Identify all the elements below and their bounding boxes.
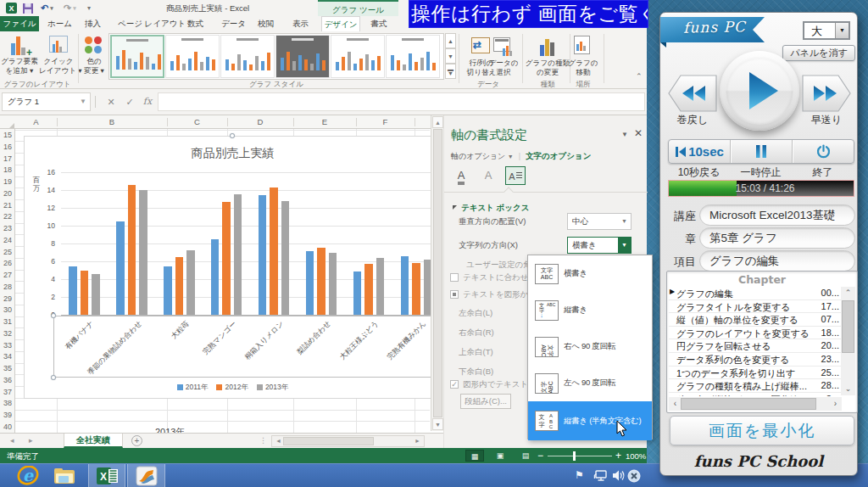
dropdown-item-4[interactable]: 文字ABC縦書き (半角文字含む) xyxy=(528,401,652,440)
dropdown-item-2[interactable]: 文字ABC右へ 90 度回転 xyxy=(528,328,652,365)
sheet-tab-active[interactable]: 全社実績 xyxy=(64,434,123,448)
tab-6[interactable]: 表示 xyxy=(292,16,309,31)
sheet-next-icon[interactable]: ▸ xyxy=(29,436,33,445)
vscroll-thumb[interactable] xyxy=(433,129,442,417)
bar-2011年-4[interactable] xyxy=(259,195,267,315)
dropdown-item-3[interactable]: 文字ABC左へ 90 度回転 xyxy=(528,365,652,401)
gallery-more-icon[interactable]: ▬▼ xyxy=(445,64,456,79)
bar-2012年-1[interactable] xyxy=(128,185,136,315)
bar-2013年-2[interactable] xyxy=(186,250,195,315)
col-header-C[interactable]: C xyxy=(167,115,227,128)
tab-2[interactable]: ページ レイアウト xyxy=(118,16,186,31)
bar-2011年-2[interactable] xyxy=(164,266,172,315)
zoom-slider-thumb[interactable] xyxy=(573,451,576,461)
row-header-40[interactable]: 40 xyxy=(0,423,14,431)
row-header-18[interactable]: 18 xyxy=(0,165,14,174)
chapter-row-0[interactable]: ▶グラフの編集00... xyxy=(669,287,842,300)
row-header-19[interactable]: 19 xyxy=(0,177,14,186)
tab-design[interactable]: デザイン xyxy=(321,16,360,31)
dropdown-item-0[interactable]: 文字ABC横書き xyxy=(528,255,652,292)
new-sheet-icon[interactable]: + xyxy=(131,435,142,446)
chart-title[interactable]: 商品別売上実績 xyxy=(25,146,441,161)
bar-2013年-4[interactable] xyxy=(281,201,290,315)
bar-2012年-0[interactable] xyxy=(81,271,89,315)
normal-view-icon[interactable]: ▦ xyxy=(465,450,484,462)
row-header-16[interactable]: 16 xyxy=(0,143,14,151)
scroll-up-icon[interactable]: ▲ xyxy=(432,116,443,128)
row-header-15[interactable]: 15 xyxy=(0,131,14,139)
bar-2013年-6[interactable] xyxy=(376,258,385,315)
zoom-in-icon[interactable]: + xyxy=(615,450,621,462)
overflow-checkbox[interactable] xyxy=(450,290,459,299)
text-direction-combo[interactable]: 横書き▼ xyxy=(567,237,632,254)
section-textbox[interactable]: テキスト ボックス xyxy=(461,203,529,214)
text-fill-icon[interactable]: A xyxy=(451,166,471,185)
taskbar-ie-icon[interactable]: e xyxy=(17,466,39,487)
chapter-row-6[interactable]: 1つのデータ系列を切り出す25... xyxy=(669,367,842,380)
bar-2012年-7[interactable] xyxy=(412,263,420,315)
tabbar-splitter[interactable]: ⋮ xyxy=(259,436,267,445)
row-header-35[interactable]: 35 xyxy=(0,364,14,372)
bar-2012年-2[interactable] xyxy=(175,257,184,315)
dropdown-item-1[interactable]: 文字ABC↓縦書き xyxy=(528,292,652,328)
chapter-hscrollbar[interactable]: ‹ › xyxy=(669,397,842,411)
chapter-row-3[interactable]: グラフのレイアウトを変更する18... xyxy=(669,327,842,340)
pane-tab-axis-options[interactable]: 軸のオプション ▼ xyxy=(451,152,514,160)
bar-2011年-5[interactable] xyxy=(306,251,314,315)
bar-2013年-1[interactable] xyxy=(139,190,147,315)
chapter-vscroll-thumb[interactable] xyxy=(842,300,854,353)
chapter-row-8[interactable]: 積み上げ縦棒グラフに区分線3... xyxy=(669,393,842,396)
chapter-row-5[interactable]: データ系列の色を変更する23... xyxy=(669,353,842,367)
zoom-out-icon[interactable]: − xyxy=(537,450,543,462)
add-chart-element-button[interactable]: + グラフ要素を追加 ▾ xyxy=(0,34,39,81)
bar-2012年-5[interactable] xyxy=(317,248,326,315)
row-header-31[interactable]: 31 xyxy=(0,317,14,326)
move-chart-button[interactable]: グラフの移動 xyxy=(565,34,602,81)
tray-volume-icon[interactable] xyxy=(611,469,626,484)
row-header-20[interactable]: 20 xyxy=(0,189,14,198)
namebox-dropdown-icon[interactable]: ▼ xyxy=(80,93,86,110)
row-header-24[interactable]: 24 xyxy=(0,236,14,244)
chapter-row-1[interactable]: グラフタイトルを変更する17... xyxy=(669,300,842,314)
ribbon-collapse-icon[interactable]: ⌃ xyxy=(636,72,643,81)
zoom-percent[interactable]: 100% xyxy=(626,451,646,461)
row-header-32[interactable]: 32 xyxy=(0,329,14,338)
chapter-scroll-up-icon[interactable]: ⌃ xyxy=(841,287,855,299)
row-header-17[interactable]: 17 xyxy=(0,154,14,163)
undo-icon[interactable]: ↶▾ xyxy=(41,3,53,14)
hscroll-thumb[interactable] xyxy=(283,437,374,445)
chart-object[interactable]: 商品別売上実績 百万 0246810121416 有機バナナ季節の果物詰め合わせ… xyxy=(24,136,442,399)
bar-2013年-3[interactable] xyxy=(234,194,242,315)
chart-style-6[interactable] xyxy=(386,35,440,78)
col-header-D[interactable]: D xyxy=(227,115,293,128)
redo-icon[interactable]: ↷▾ xyxy=(64,3,76,14)
row-header-30[interactable]: 30 xyxy=(0,305,14,314)
fast-forward-button[interactable] xyxy=(802,75,851,112)
tray-network-icon[interactable] xyxy=(593,469,608,484)
change-colors-button[interactable]: 色の変更 ▾ xyxy=(80,34,108,81)
rewind-button[interactable] xyxy=(668,75,717,112)
quick-layout-button[interactable]: クイックレイアウト ▾ xyxy=(39,34,78,81)
gallery-down-icon[interactable]: ▼ xyxy=(445,48,456,64)
pane-tab-text-options[interactable]: 文字のオプション xyxy=(526,151,591,160)
chapter-scroll-right-icon[interactable]: › xyxy=(829,397,842,411)
sheet-hscrollbar[interactable]: ◄ ► xyxy=(271,435,425,447)
tray-status-icon[interactable] xyxy=(627,469,641,485)
row-headers[interactable]: 1516171819202122232425262728293031323334… xyxy=(0,129,15,433)
chapter-row-7[interactable]: グラフの種類を積み上げ縦棒...28... xyxy=(669,379,842,393)
row-header-22[interactable]: 22 xyxy=(0,212,14,221)
textbox-icon[interactable]: A xyxy=(505,166,526,185)
select-data-button[interactable]: データの選択 xyxy=(487,34,520,81)
page-layout-view-icon[interactable]: ▣ xyxy=(491,450,509,462)
resize-checkbox[interactable] xyxy=(450,273,459,282)
minimize-screen-button[interactable]: 画面を最小化 xyxy=(670,416,854,445)
select-all-corner[interactable] xyxy=(9,123,14,128)
pane-dropdown-icon[interactable]: ▼ xyxy=(621,131,628,138)
row-header-27[interactable]: 27 xyxy=(0,271,14,279)
chapter-row-2[interactable]: 縦（値）軸の単位を変更する07... xyxy=(669,313,842,327)
vertical-align-combo[interactable]: 中心▼ xyxy=(567,213,632,230)
page-break-view-icon[interactable]: ▤ xyxy=(516,450,535,462)
pane-close-icon[interactable]: ✕ xyxy=(634,127,643,139)
bar-2012年-4[interactable] xyxy=(270,188,278,315)
tab-format[interactable]: 書式 xyxy=(361,16,397,31)
